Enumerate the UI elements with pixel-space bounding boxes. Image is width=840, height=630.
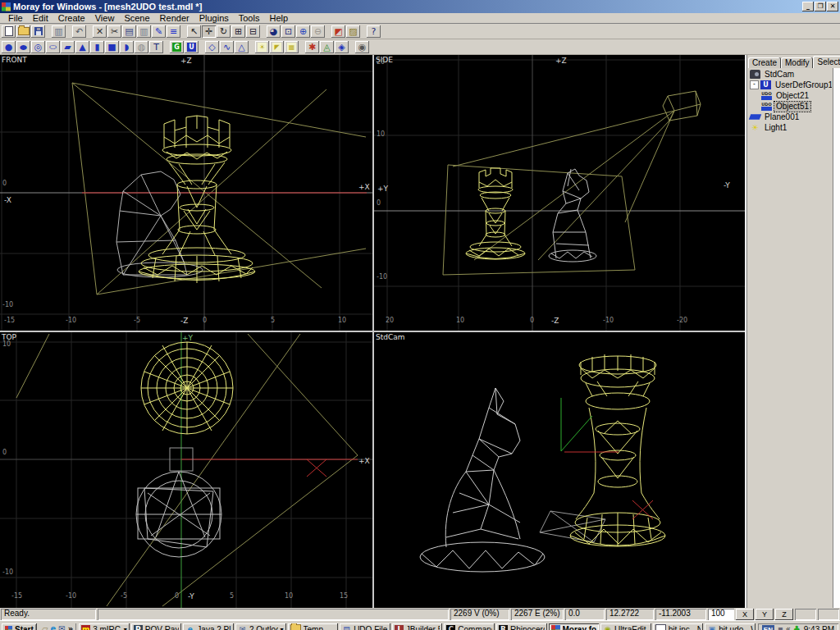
zoom-out-button[interactable]: ⊖: [311, 25, 325, 38]
help-button[interactable]: ?: [367, 25, 381, 38]
materials-button[interactable]: ◩: [331, 25, 345, 38]
copy-button[interactable]: ▤: [122, 25, 136, 38]
move-mode-button[interactable]: ✛: [202, 25, 216, 38]
tab-create[interactable]: Create: [748, 57, 781, 68]
cut-button[interactable]: ✂: [107, 25, 121, 38]
viewport-split-button[interactable]: ⊟: [246, 25, 260, 38]
cube-button[interactable]: ■: [105, 41, 119, 53]
task-jbuilder-5[interactable]: JJBuilder 5 - ...: [392, 623, 443, 630]
task-2-outlook[interactable]: ✉2 Outlook ...▾: [235, 623, 286, 630]
menu-view[interactable]: View: [90, 13, 120, 23]
edit-points-button[interactable]: ✎: [152, 25, 166, 38]
plane-button[interactable]: ▰: [61, 41, 75, 53]
zoom-in-button[interactable]: ⊕: [296, 25, 310, 38]
open-button[interactable]: [16, 25, 30, 38]
undo-button[interactable]: ↶: [72, 25, 86, 38]
rotate-mode-button[interactable]: ↻: [217, 25, 231, 38]
tree-item-userdefgroup1[interactable]: -UUserDefGroup1: [748, 80, 832, 90]
udo-object-button[interactable]: ◈: [335, 41, 349, 53]
cylinder-button[interactable]: ▮: [90, 41, 104, 53]
menu-render[interactable]: Render: [155, 13, 194, 23]
tab-select[interactable]: Select: [813, 56, 840, 68]
restore-button[interactable]: ❐: [815, 2, 826, 11]
new-button[interactable]: [2, 25, 16, 38]
tray-app-icon[interactable]: ▪: [778, 624, 783, 630]
edit-lines-button[interactable]: ≡: [167, 25, 180, 38]
viewport-grid-button[interactable]: ⊞: [231, 25, 245, 38]
dropdown-arrow[interactable]: ▾: [281, 626, 284, 630]
save-button[interactable]: [31, 25, 45, 38]
render-window-button[interactable]: ⊡: [281, 25, 295, 38]
menu-create[interactable]: Create: [53, 13, 90, 23]
csg-union-button[interactable]: U: [185, 41, 199, 53]
text-object-button[interactable]: T: [149, 41, 163, 53]
tree-item-object21[interactable]: UDOObject21: [748, 90, 832, 101]
render-button[interactable]: ◕: [267, 25, 281, 38]
task-3-mirc[interactable]: m3 mIRC▾: [79, 623, 130, 630]
blob-button[interactable]: ◗: [120, 41, 134, 53]
plugin-palette-button[interactable]: ▨: [346, 25, 360, 38]
tree-item-object51[interactable]: UDOObject51: [748, 101, 832, 112]
close-button[interactable]: ✕: [827, 2, 838, 11]
minimize-button[interactable]: _: [802, 2, 814, 11]
bezier-patch-button[interactable]: ◇: [205, 41, 219, 53]
task-moray-for[interactable]: Moray for ...: [549, 623, 600, 630]
viewport-front[interactable]: FRONT+Z-X+X-Z0-10-15-10-50510: [0, 55, 372, 331]
cone-button[interactable]: ▲: [75, 41, 89, 53]
menu-help[interactable]: Help: [264, 13, 293, 23]
menu-plugins[interactable]: Plugins: [194, 13, 234, 23]
task-bit-inc-not[interactable]: bit.inc - Not...: [653, 623, 704, 630]
animation-button[interactable]: ✱: [305, 41, 319, 53]
menu-edit[interactable]: Edit: [28, 13, 53, 23]
task-command-p[interactable]: CCommand P...: [444, 623, 495, 630]
menu-scene[interactable]: Scene: [119, 13, 154, 23]
more-chevron[interactable]: »: [68, 624, 73, 630]
panel-scrollbar[interactable]: [833, 68, 840, 608]
ie-icon[interactable]: e: [51, 624, 57, 630]
select-mode-button[interactable]: ↖: [187, 25, 201, 38]
viewport-side[interactable]: SIDE+Z+Y-Y-Z20100-1020100-10-20: [374, 55, 746, 331]
task-bit-udo-w[interactable]: ▣bit.udo - W...: [705, 623, 756, 630]
spot-light-button[interactable]: ◤: [270, 41, 284, 53]
zoom-level-field[interactable]: 100: [708, 609, 734, 620]
start-button[interactable]: Start: [2, 623, 37, 630]
axis-button-z[interactable]: Z: [775, 609, 793, 620]
mail-icon[interactable]: ✉: [58, 624, 65, 630]
tab-modify[interactable]: Modify: [781, 57, 813, 68]
torus-button[interactable]: ◎: [31, 41, 45, 53]
plugin-object-button[interactable]: ◬: [320, 41, 334, 53]
collapse-chevron[interactable]: «: [786, 624, 791, 630]
language-indicator[interactable]: EN: [762, 625, 774, 630]
axis-button-y[interactable]: Y: [756, 609, 774, 620]
tree-item-light1[interactable]: ☀Light1: [748, 122, 832, 133]
delete-button[interactable]: ✕: [93, 25, 107, 38]
area-light-button[interactable]: ▦: [285, 41, 299, 53]
menu-tools[interactable]: Tools: [234, 13, 265, 23]
point-light-button[interactable]: ☀: [255, 41, 269, 53]
csg-group-button[interactable]: G: [170, 41, 184, 53]
import-button[interactable]: ▥: [52, 25, 66, 38]
lathe-button[interactable]: ∿: [220, 41, 234, 53]
task-rhinoceros[interactable]: RRhinoceros ...: [496, 623, 547, 630]
mesh-button[interactable]: ◍: [135, 41, 148, 53]
tree-item-plane001[interactable]: Plane001: [748, 112, 832, 122]
task-udo-file-fo[interactable]: ▤UDO File Fo...: [340, 623, 390, 630]
viewport-top[interactable]: TOP+Y+X-Y100-10-15-10-5051015: [0, 332, 372, 608]
tree-expander[interactable]: -: [750, 80, 759, 89]
task-pov-ray-fo[interactable]: PPOV-Ray fo...: [131, 623, 182, 630]
axis-button-x[interactable]: X: [736, 609, 754, 620]
ellipsoid-button[interactable]: ●: [16, 41, 30, 53]
app-icon[interactable]: [2, 2, 11, 11]
menu-file[interactable]: File: [3, 13, 28, 23]
task-java-2-platf[interactable]: eJava 2 Platf...: [183, 623, 234, 630]
viewport-stdcam[interactable]: StdCam: [374, 332, 746, 608]
paste-button[interactable]: ▥: [137, 25, 151, 38]
disc-button[interactable]: ○: [46, 41, 60, 53]
task-ultraedit-32[interactable]: ◉UltraEdit-32: [600, 623, 651, 630]
tree-item-stdcam[interactable]: StdCam: [748, 69, 832, 80]
show-desktop-icon[interactable]: ▱: [42, 624, 48, 630]
task-temp[interactable]: Temp: [288, 623, 339, 630]
messenger-icon[interactable]: ♣: [793, 624, 801, 630]
camera-object-button[interactable]: ◉: [355, 41, 369, 53]
surface-revolution-button[interactable]: △: [235, 41, 249, 53]
